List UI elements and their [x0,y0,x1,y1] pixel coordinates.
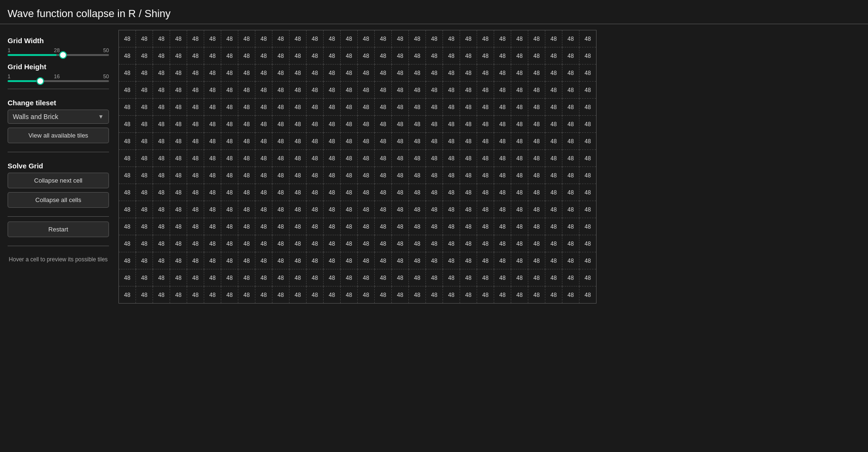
table-row[interactable]: 48 [119,269,136,286]
table-row[interactable]: 48 [221,82,238,99]
table-row[interactable]: 48 [392,167,409,184]
table-row[interactable]: 48 [272,252,289,269]
table-row[interactable]: 48 [579,201,597,218]
table-row[interactable]: 48 [358,269,375,286]
table-row[interactable]: 48 [324,47,341,65]
table-row[interactable]: 48 [545,30,562,47]
table-row[interactable]: 48 [153,201,170,218]
table-row[interactable]: 48 [477,47,494,65]
table-row[interactable]: 48 [358,252,375,269]
table-row[interactable]: 48 [426,167,443,184]
table-row[interactable]: 48 [409,218,426,235]
restart-button[interactable]: Restart [8,221,109,237]
table-row[interactable]: 48 [204,150,221,167]
table-row[interactable]: 48 [289,184,307,201]
table-row[interactable]: 48 [494,133,511,150]
table-row[interactable]: 48 [272,65,289,82]
table-row[interactable]: 48 [443,167,460,184]
table-row[interactable]: 48 [341,184,358,201]
table-row[interactable]: 48 [119,82,136,99]
table-row[interactable]: 48 [443,218,460,235]
table-row[interactable]: 48 [562,65,579,82]
table-row[interactable]: 48 [153,116,170,133]
table-row[interactable]: 48 [460,184,477,201]
table-row[interactable]: 48 [528,30,545,47]
table-row[interactable]: 48 [187,116,204,133]
table-row[interactable]: 48 [119,65,136,82]
table-row[interactable]: 48 [392,269,409,286]
table-row[interactable]: 48 [494,30,511,47]
table-row[interactable]: 48 [289,82,307,99]
table-row[interactable]: 48 [375,235,392,252]
table-row[interactable]: 48 [358,99,375,116]
table-row[interactable]: 48 [375,286,392,304]
table-row[interactable]: 48 [255,218,272,235]
table-row[interactable]: 48 [426,65,443,82]
table-row[interactable]: 48 [136,99,153,116]
table-row[interactable]: 48 [341,269,358,286]
table-row[interactable]: 48 [221,235,238,252]
table-row[interactable]: 48 [221,184,238,201]
table-row[interactable]: 48 [255,133,272,150]
table-row[interactable]: 48 [375,30,392,47]
table-row[interactable]: 48 [562,252,579,269]
table-row[interactable]: 48 [187,235,204,252]
table-row[interactable]: 48 [392,47,409,65]
table-row[interactable]: 48 [409,150,426,167]
table-row[interactable]: 48 [358,184,375,201]
table-row[interactable]: 48 [579,30,597,47]
table-row[interactable]: 48 [511,150,528,167]
table-row[interactable]: 48 [494,269,511,286]
table-row[interactable]: 48 [426,116,443,133]
table-row[interactable]: 48 [579,269,597,286]
table-row[interactable]: 48 [392,133,409,150]
table-row[interactable]: 48 [238,218,255,235]
table-row[interactable]: 48 [392,184,409,201]
table-row[interactable]: 48 [545,218,562,235]
table-row[interactable]: 48 [187,201,204,218]
table-row[interactable]: 48 [289,286,307,304]
table-row[interactable]: 48 [324,235,341,252]
table-row[interactable]: 48 [477,116,494,133]
table-row[interactable]: 48 [562,167,579,184]
table-row[interactable]: 48 [170,201,187,218]
table-row[interactable]: 48 [579,116,597,133]
table-row[interactable]: 48 [307,235,324,252]
table-row[interactable]: 48 [562,82,579,99]
table-row[interactable]: 48 [307,269,324,286]
table-row[interactable]: 48 [289,65,307,82]
table-row[interactable]: 48 [426,133,443,150]
table-row[interactable]: 48 [409,116,426,133]
table-row[interactable]: 48 [153,218,170,235]
table-row[interactable]: 48 [119,116,136,133]
table-row[interactable]: 48 [221,150,238,167]
table-row[interactable]: 48 [460,252,477,269]
table-row[interactable]: 48 [153,99,170,116]
table-row[interactable]: 48 [221,218,238,235]
table-row[interactable]: 48 [221,201,238,218]
table-row[interactable]: 48 [204,201,221,218]
table-row[interactable]: 48 [460,116,477,133]
table-row[interactable]: 48 [153,47,170,65]
table-row[interactable]: 48 [494,65,511,82]
table-row[interactable]: 48 [136,47,153,65]
table-row[interactable]: 48 [341,65,358,82]
table-row[interactable]: 48 [358,167,375,184]
table-row[interactable]: 48 [511,252,528,269]
table-row[interactable]: 48 [341,201,358,218]
table-row[interactable]: 48 [426,30,443,47]
table-row[interactable]: 48 [494,235,511,252]
table-row[interactable]: 48 [341,150,358,167]
table-row[interactable]: 48 [307,82,324,99]
table-row[interactable]: 48 [511,99,528,116]
table-row[interactable]: 48 [443,116,460,133]
table-row[interactable]: 48 [579,218,597,235]
table-row[interactable]: 48 [307,150,324,167]
table-row[interactable]: 48 [289,150,307,167]
table-row[interactable]: 48 [358,82,375,99]
table-row[interactable]: 48 [358,30,375,47]
table-row[interactable]: 48 [136,235,153,252]
table-row[interactable]: 48 [153,269,170,286]
table-row[interactable]: 48 [324,201,341,218]
table-row[interactable]: 48 [443,201,460,218]
